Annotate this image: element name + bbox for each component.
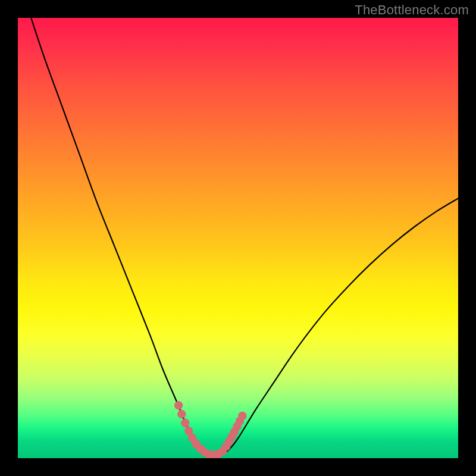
watermark-text: TheBottleneck.com	[355, 2, 469, 18]
bottleneck-curve	[31, 18, 458, 456]
optimal-marker	[238, 412, 246, 420]
optimal-band-markers	[174, 401, 247, 458]
optimal-marker	[177, 410, 186, 418]
optimal-marker	[181, 419, 189, 427]
plot-area	[18, 18, 458, 458]
chart-frame: TheBottleneck.com	[0, 0, 476, 476]
chart-svg	[18, 18, 458, 458]
optimal-marker	[174, 401, 183, 409]
